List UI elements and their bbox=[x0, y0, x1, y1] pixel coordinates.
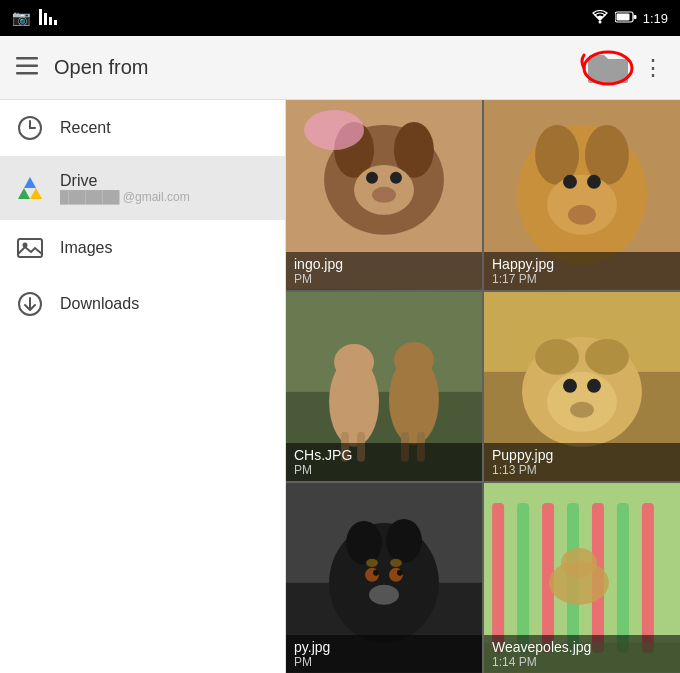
photo-time-5: PM bbox=[294, 655, 474, 669]
photo-name-2: Happy.jpg bbox=[492, 256, 672, 272]
recent-icon bbox=[16, 114, 44, 142]
time-display: 1:19 bbox=[643, 11, 668, 26]
sidebar-item-recent-label: Recent bbox=[60, 119, 111, 137]
svg-point-62 bbox=[329, 523, 439, 643]
photo-time-3: PM bbox=[294, 463, 474, 477]
photo-cell-5[interactable]: py.jpg PM bbox=[286, 483, 482, 673]
sidebar-item-images-label: Images bbox=[60, 239, 112, 257]
svg-point-55 bbox=[585, 339, 629, 375]
svg-point-81 bbox=[561, 548, 597, 578]
svg-rect-78 bbox=[617, 503, 629, 653]
sidebar-item-images[interactable]: Images bbox=[0, 220, 285, 276]
battery-icon bbox=[615, 11, 637, 26]
photo-caption-5: py.jpg PM bbox=[286, 635, 482, 673]
svg-rect-9 bbox=[16, 64, 38, 67]
photo-cell-3[interactable]: CHs.JPG PM bbox=[286, 292, 482, 482]
page-title: Open from bbox=[54, 56, 586, 79]
svg-point-11 bbox=[584, 52, 632, 84]
svg-point-63 bbox=[346, 521, 382, 565]
status-bar: 📷 bbox=[0, 0, 680, 36]
svg-point-69 bbox=[369, 585, 399, 605]
downloads-icon bbox=[16, 290, 44, 318]
photo-name-5: py.jpg bbox=[294, 639, 474, 655]
svg-rect-8 bbox=[16, 57, 38, 60]
svg-rect-6 bbox=[616, 13, 629, 20]
svg-point-59 bbox=[570, 401, 594, 417]
svg-point-58 bbox=[587, 379, 601, 393]
svg-rect-3 bbox=[54, 20, 57, 25]
status-bar-right: 1:19 bbox=[591, 10, 668, 27]
sidebar-item-drive[interactable]: Drive ███████ @gmail.com bbox=[0, 156, 285, 220]
status-bar-left: 📷 bbox=[12, 9, 57, 28]
photo-name-6: Weavepoles.jpg bbox=[492, 639, 672, 655]
svg-point-4 bbox=[598, 20, 601, 23]
svg-point-54 bbox=[535, 339, 579, 375]
svg-point-46 bbox=[394, 342, 434, 378]
sidebar-item-downloads-text: Downloads bbox=[60, 295, 139, 313]
sidebar-item-images-text: Images bbox=[60, 239, 112, 257]
bars-icon bbox=[39, 9, 57, 28]
photo-cell-1[interactable]: ingo.jpg PM bbox=[286, 100, 482, 290]
photo-cell-2[interactable]: Happy.jpg 1:17 PM bbox=[484, 100, 680, 290]
photo-caption-4: Puppy.jpg 1:13 PM bbox=[484, 443, 680, 481]
svg-rect-2 bbox=[49, 17, 52, 25]
photo-cell-4[interactable]: Puppy.jpg 1:13 PM bbox=[484, 292, 680, 482]
svg-point-64 bbox=[386, 519, 422, 563]
svg-rect-0 bbox=[39, 9, 42, 25]
sidebar-item-drive-sublabel: ███████ @gmail.com bbox=[60, 190, 190, 204]
camera-icon: 📷 bbox=[12, 9, 31, 27]
images-icon bbox=[16, 234, 44, 262]
sidebar: Recent Drive ███████ @gmail.com bbox=[0, 100, 286, 673]
svg-point-28 bbox=[366, 172, 378, 184]
svg-point-44 bbox=[334, 344, 374, 380]
svg-point-70 bbox=[366, 559, 378, 567]
folder-button[interactable] bbox=[586, 51, 630, 85]
svg-rect-79 bbox=[642, 503, 654, 653]
drive-icon bbox=[16, 174, 44, 202]
photo-time-4: 1:13 PM bbox=[492, 463, 672, 477]
photo-caption-3: CHs.JPG PM bbox=[286, 443, 482, 481]
sidebar-item-drive-label: Drive bbox=[60, 172, 190, 190]
sidebar-item-recent[interactable]: Recent bbox=[0, 100, 285, 156]
svg-point-37 bbox=[547, 175, 617, 235]
photo-caption-6: Weavepoles.jpg 1:14 PM bbox=[484, 635, 680, 673]
main-content: Recent Drive ███████ @gmail.com bbox=[0, 100, 680, 673]
toolbar: Open from ⋮ bbox=[0, 36, 680, 100]
svg-point-66 bbox=[373, 570, 379, 576]
sidebar-item-recent-text: Recent bbox=[60, 119, 111, 137]
svg-point-31 bbox=[304, 110, 364, 150]
svg-rect-1 bbox=[44, 13, 47, 25]
svg-point-71 bbox=[390, 559, 402, 567]
sidebar-item-drive-text: Drive ███████ @gmail.com bbox=[60, 172, 190, 204]
svg-point-30 bbox=[372, 187, 396, 203]
svg-rect-74 bbox=[517, 503, 529, 653]
sidebar-item-downloads-label: Downloads bbox=[60, 295, 139, 313]
red-annotation bbox=[580, 47, 636, 89]
svg-rect-7 bbox=[633, 15, 636, 19]
photo-name-1: ingo.jpg bbox=[294, 256, 474, 272]
more-options-button[interactable]: ⋮ bbox=[642, 55, 664, 81]
photo-time-1: PM bbox=[294, 272, 474, 286]
svg-rect-10 bbox=[16, 72, 38, 75]
photo-time-6: 1:14 PM bbox=[492, 655, 672, 669]
photo-cell-6[interactable]: Weavepoles.jpg 1:14 PM bbox=[484, 483, 680, 673]
svg-marker-16 bbox=[24, 177, 36, 188]
sidebar-item-downloads[interactable]: Downloads bbox=[0, 276, 285, 332]
svg-rect-73 bbox=[492, 503, 504, 653]
hamburger-menu-button[interactable] bbox=[16, 55, 38, 81]
svg-rect-19 bbox=[18, 239, 42, 257]
toolbar-actions: ⋮ bbox=[586, 51, 664, 85]
photo-caption-2: Happy.jpg 1:17 PM bbox=[484, 252, 680, 290]
wifi-icon bbox=[591, 10, 609, 27]
svg-point-29 bbox=[390, 172, 402, 184]
svg-point-40 bbox=[568, 205, 596, 225]
svg-marker-18 bbox=[30, 188, 42, 199]
photo-time-2: 1:17 PM bbox=[492, 272, 672, 286]
svg-point-38 bbox=[563, 175, 577, 189]
svg-point-39 bbox=[587, 175, 601, 189]
photo-caption-1: ingo.jpg PM bbox=[286, 252, 482, 290]
svg-point-68 bbox=[397, 570, 403, 576]
svg-marker-17 bbox=[18, 188, 30, 199]
photo-name-4: Puppy.jpg bbox=[492, 447, 672, 463]
photo-grid: ingo.jpg PM Happy.jpg 1:17 PM bbox=[286, 100, 680, 673]
